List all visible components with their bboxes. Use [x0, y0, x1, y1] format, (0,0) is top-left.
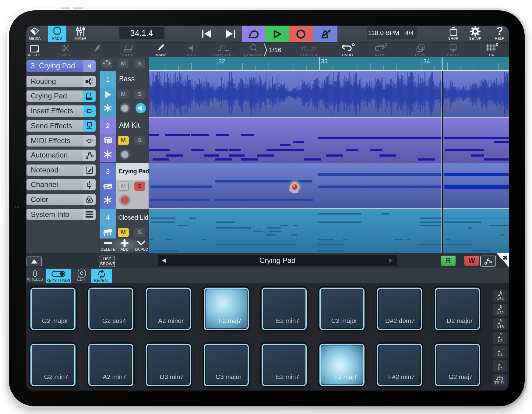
svg-text:32: 32 — [218, 58, 225, 65]
svg-text:34: 34 — [423, 58, 430, 65]
svg-text:33: 33 — [321, 58, 327, 65]
